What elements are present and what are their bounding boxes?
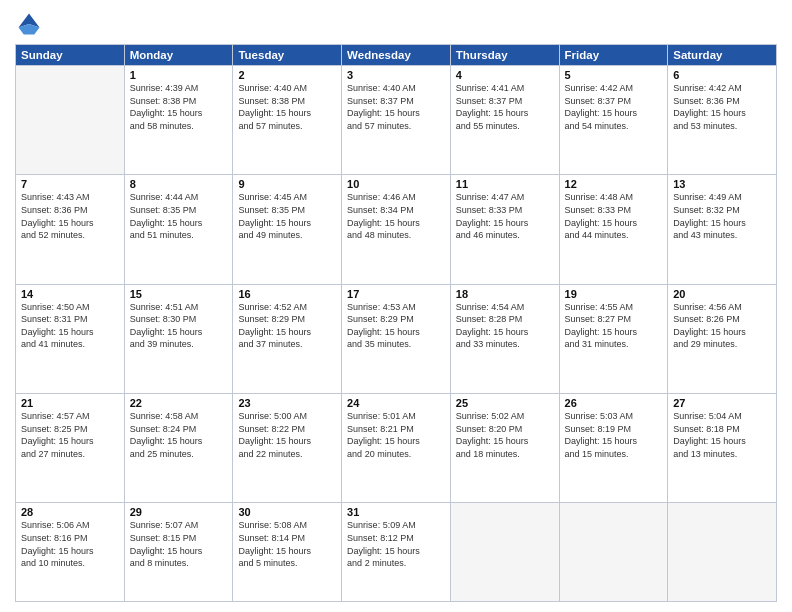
day-info: Sunrise: 5:06 AM Sunset: 8:16 PM Dayligh… bbox=[21, 519, 119, 569]
calendar-cell: 30Sunrise: 5:08 AM Sunset: 8:14 PM Dayli… bbox=[233, 503, 342, 602]
week-row-5: 28Sunrise: 5:06 AM Sunset: 8:16 PM Dayli… bbox=[16, 503, 777, 602]
week-row-2: 7Sunrise: 4:43 AM Sunset: 8:36 PM Daylig… bbox=[16, 175, 777, 284]
day-info: Sunrise: 4:50 AM Sunset: 8:31 PM Dayligh… bbox=[21, 301, 119, 351]
calendar-cell: 24Sunrise: 5:01 AM Sunset: 8:21 PM Dayli… bbox=[342, 393, 451, 502]
day-number: 5 bbox=[565, 69, 663, 81]
day-info: Sunrise: 4:40 AM Sunset: 8:38 PM Dayligh… bbox=[238, 82, 336, 132]
calendar-header: SundayMondayTuesdayWednesdayThursdayFrid… bbox=[16, 45, 777, 66]
calendar-cell bbox=[450, 503, 559, 602]
day-header-saturday: Saturday bbox=[668, 45, 777, 66]
day-number: 21 bbox=[21, 397, 119, 409]
day-number: 31 bbox=[347, 506, 445, 518]
day-number: 1 bbox=[130, 69, 228, 81]
week-row-1: 1Sunrise: 4:39 AM Sunset: 8:38 PM Daylig… bbox=[16, 66, 777, 175]
day-number: 20 bbox=[673, 288, 771, 300]
calendar-cell: 31Sunrise: 5:09 AM Sunset: 8:12 PM Dayli… bbox=[342, 503, 451, 602]
day-info: Sunrise: 4:56 AM Sunset: 8:26 PM Dayligh… bbox=[673, 301, 771, 351]
day-info: Sunrise: 5:04 AM Sunset: 8:18 PM Dayligh… bbox=[673, 410, 771, 460]
day-number: 13 bbox=[673, 178, 771, 190]
day-info: Sunrise: 4:53 AM Sunset: 8:29 PM Dayligh… bbox=[347, 301, 445, 351]
page: SundayMondayTuesdayWednesdayThursdayFrid… bbox=[0, 0, 792, 612]
calendar-cell: 5Sunrise: 4:42 AM Sunset: 8:37 PM Daylig… bbox=[559, 66, 668, 175]
day-info: Sunrise: 4:48 AM Sunset: 8:33 PM Dayligh… bbox=[565, 191, 663, 241]
logo-icon bbox=[15, 10, 43, 38]
calendar-cell: 22Sunrise: 4:58 AM Sunset: 8:24 PM Dayli… bbox=[124, 393, 233, 502]
day-number: 7 bbox=[21, 178, 119, 190]
calendar-cell bbox=[16, 66, 125, 175]
calendar-cell: 1Sunrise: 4:39 AM Sunset: 8:38 PM Daylig… bbox=[124, 66, 233, 175]
day-info: Sunrise: 4:55 AM Sunset: 8:27 PM Dayligh… bbox=[565, 301, 663, 351]
day-number: 2 bbox=[238, 69, 336, 81]
day-info: Sunrise: 5:08 AM Sunset: 8:14 PM Dayligh… bbox=[238, 519, 336, 569]
calendar-cell: 4Sunrise: 4:41 AM Sunset: 8:37 PM Daylig… bbox=[450, 66, 559, 175]
week-row-3: 14Sunrise: 4:50 AM Sunset: 8:31 PM Dayli… bbox=[16, 284, 777, 393]
day-info: Sunrise: 4:39 AM Sunset: 8:38 PM Dayligh… bbox=[130, 82, 228, 132]
week-row-4: 21Sunrise: 4:57 AM Sunset: 8:25 PM Dayli… bbox=[16, 393, 777, 502]
day-info: Sunrise: 4:42 AM Sunset: 8:36 PM Dayligh… bbox=[673, 82, 771, 132]
day-header-wednesday: Wednesday bbox=[342, 45, 451, 66]
calendar-cell: 12Sunrise: 4:48 AM Sunset: 8:33 PM Dayli… bbox=[559, 175, 668, 284]
day-number: 15 bbox=[130, 288, 228, 300]
calendar-cell: 29Sunrise: 5:07 AM Sunset: 8:15 PM Dayli… bbox=[124, 503, 233, 602]
day-number: 28 bbox=[21, 506, 119, 518]
day-number: 19 bbox=[565, 288, 663, 300]
day-number: 30 bbox=[238, 506, 336, 518]
day-number: 26 bbox=[565, 397, 663, 409]
day-number: 10 bbox=[347, 178, 445, 190]
day-info: Sunrise: 4:52 AM Sunset: 8:29 PM Dayligh… bbox=[238, 301, 336, 351]
day-number: 17 bbox=[347, 288, 445, 300]
logo bbox=[15, 10, 47, 38]
calendar-cell: 27Sunrise: 5:04 AM Sunset: 8:18 PM Dayli… bbox=[668, 393, 777, 502]
day-header-friday: Friday bbox=[559, 45, 668, 66]
day-number: 11 bbox=[456, 178, 554, 190]
day-info: Sunrise: 4:46 AM Sunset: 8:34 PM Dayligh… bbox=[347, 191, 445, 241]
calendar-cell: 25Sunrise: 5:02 AM Sunset: 8:20 PM Dayli… bbox=[450, 393, 559, 502]
calendar-cell: 17Sunrise: 4:53 AM Sunset: 8:29 PM Dayli… bbox=[342, 284, 451, 393]
day-info: Sunrise: 5:09 AM Sunset: 8:12 PM Dayligh… bbox=[347, 519, 445, 569]
day-number: 4 bbox=[456, 69, 554, 81]
calendar-cell: 3Sunrise: 4:40 AM Sunset: 8:37 PM Daylig… bbox=[342, 66, 451, 175]
calendar-cell: 18Sunrise: 4:54 AM Sunset: 8:28 PM Dayli… bbox=[450, 284, 559, 393]
day-info: Sunrise: 5:01 AM Sunset: 8:21 PM Dayligh… bbox=[347, 410, 445, 460]
calendar-cell: 8Sunrise: 4:44 AM Sunset: 8:35 PM Daylig… bbox=[124, 175, 233, 284]
calendar-cell: 23Sunrise: 5:00 AM Sunset: 8:22 PM Dayli… bbox=[233, 393, 342, 502]
calendar-cell: 19Sunrise: 4:55 AM Sunset: 8:27 PM Dayli… bbox=[559, 284, 668, 393]
day-info: Sunrise: 4:49 AM Sunset: 8:32 PM Dayligh… bbox=[673, 191, 771, 241]
day-number: 14 bbox=[21, 288, 119, 300]
day-info: Sunrise: 4:58 AM Sunset: 8:24 PM Dayligh… bbox=[130, 410, 228, 460]
calendar-cell: 20Sunrise: 4:56 AM Sunset: 8:26 PM Dayli… bbox=[668, 284, 777, 393]
day-info: Sunrise: 5:07 AM Sunset: 8:15 PM Dayligh… bbox=[130, 519, 228, 569]
calendar-cell: 10Sunrise: 4:46 AM Sunset: 8:34 PM Dayli… bbox=[342, 175, 451, 284]
calendar-cell: 15Sunrise: 4:51 AM Sunset: 8:30 PM Dayli… bbox=[124, 284, 233, 393]
day-info: Sunrise: 4:51 AM Sunset: 8:30 PM Dayligh… bbox=[130, 301, 228, 351]
day-number: 24 bbox=[347, 397, 445, 409]
days-of-week-row: SundayMondayTuesdayWednesdayThursdayFrid… bbox=[16, 45, 777, 66]
day-number: 18 bbox=[456, 288, 554, 300]
day-number: 25 bbox=[456, 397, 554, 409]
calendar-cell: 28Sunrise: 5:06 AM Sunset: 8:16 PM Dayli… bbox=[16, 503, 125, 602]
calendar: SundayMondayTuesdayWednesdayThursdayFrid… bbox=[15, 44, 777, 602]
day-info: Sunrise: 5:03 AM Sunset: 8:19 PM Dayligh… bbox=[565, 410, 663, 460]
day-number: 12 bbox=[565, 178, 663, 190]
day-info: Sunrise: 5:00 AM Sunset: 8:22 PM Dayligh… bbox=[238, 410, 336, 460]
day-number: 3 bbox=[347, 69, 445, 81]
day-number: 29 bbox=[130, 506, 228, 518]
calendar-cell: 2Sunrise: 4:40 AM Sunset: 8:38 PM Daylig… bbox=[233, 66, 342, 175]
day-header-tuesday: Tuesday bbox=[233, 45, 342, 66]
day-number: 22 bbox=[130, 397, 228, 409]
day-info: Sunrise: 4:54 AM Sunset: 8:28 PM Dayligh… bbox=[456, 301, 554, 351]
calendar-cell: 16Sunrise: 4:52 AM Sunset: 8:29 PM Dayli… bbox=[233, 284, 342, 393]
day-header-monday: Monday bbox=[124, 45, 233, 66]
day-header-thursday: Thursday bbox=[450, 45, 559, 66]
header bbox=[15, 10, 777, 38]
day-info: Sunrise: 4:47 AM Sunset: 8:33 PM Dayligh… bbox=[456, 191, 554, 241]
day-number: 9 bbox=[238, 178, 336, 190]
day-number: 6 bbox=[673, 69, 771, 81]
day-info: Sunrise: 5:02 AM Sunset: 8:20 PM Dayligh… bbox=[456, 410, 554, 460]
day-info: Sunrise: 4:45 AM Sunset: 8:35 PM Dayligh… bbox=[238, 191, 336, 241]
day-info: Sunrise: 4:40 AM Sunset: 8:37 PM Dayligh… bbox=[347, 82, 445, 132]
day-info: Sunrise: 4:57 AM Sunset: 8:25 PM Dayligh… bbox=[21, 410, 119, 460]
day-header-sunday: Sunday bbox=[16, 45, 125, 66]
calendar-cell: 13Sunrise: 4:49 AM Sunset: 8:32 PM Dayli… bbox=[668, 175, 777, 284]
day-info: Sunrise: 4:42 AM Sunset: 8:37 PM Dayligh… bbox=[565, 82, 663, 132]
